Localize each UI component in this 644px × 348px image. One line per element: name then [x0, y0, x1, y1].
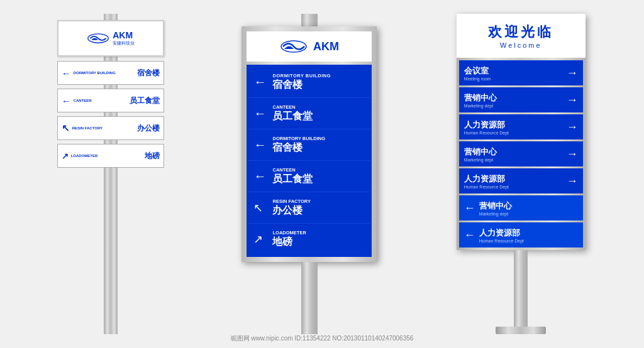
sign2-text: DORMITORY BUILDING 宿舍楼 [272, 73, 331, 92]
arrow-icon: ↗ [253, 232, 267, 246]
sign3-item-text: 人力资源部 Human Resource Dept [464, 173, 567, 189]
sign1-content: AKM 安建科技业 ← DORMITORY BUILDING 宿舍楼 ← CAN… [57, 14, 164, 176]
sign3-item-text: 人力资源部 Human Resource Dept [464, 119, 567, 135]
akm-logo-icon [280, 40, 308, 53]
sign1-item-cn: 办公楼 [137, 123, 160, 134]
arrow-icon: ← [253, 169, 267, 183]
sign3-en: Meeting room [464, 77, 567, 81]
sign2-item: ← CANTEEN 员工食堂 [248, 98, 370, 129]
sign2-item: ← CANTEEN 员工食堂 [248, 161, 370, 192]
sign3-item: 营销中心 Marketing dept → [459, 87, 583, 112]
sign1-item: ← DORMITORY BUILDING 宿舍楼 [57, 61, 164, 85]
sign3-item: ← 营销中心 Marketing dept [459, 195, 583, 220]
sign1-item-cn: 员工食堂 [130, 95, 160, 106]
sign3-en: Marketing dept [464, 104, 567, 108]
left-arrow-icon: ← [464, 202, 475, 215]
sign2-item: ↗ LOADOMETER 地磅 [248, 224, 370, 255]
sign3-en: Human Resource Dept [479, 239, 578, 243]
sign3-welcome-en: Welcome [500, 41, 542, 49]
sign3-cn: 营销中心 [479, 200, 578, 212]
sign3: 欢迎光临 Welcome 会议室 Meeting room → 营销中心 Mar… [452, 14, 590, 334]
sign3-cn: 人力资源部 [479, 227, 578, 239]
sign1-brand: AKM [113, 30, 135, 40]
sign2-text: RESIN FACTORY 办公楼 [272, 198, 310, 217]
sign3-item-text: 营销中心 Marketing dept [479, 200, 578, 216]
sign3-item: 会议室 Meeting room → [459, 60, 583, 85]
arrow-icon: ← [62, 68, 71, 79]
sign2-item: ← DORMITORY BUILDING 宿舍楼 [248, 129, 370, 161]
watermark: 昵图网 www.nipic.com ID:11354222 NO:2013011… [231, 334, 414, 343]
right-arrow-icon: → [567, 67, 578, 80]
arrow-icon: ← [62, 95, 71, 106]
sign3-cn: 会议室 [464, 65, 567, 77]
sign1-subtitle: 安建科技业 [113, 40, 135, 46]
sign2-item-cn: 宿舍楼 [272, 79, 331, 92]
arrow-icon: ↗ [62, 151, 69, 161]
sign3-en: Human Resource Dept [464, 131, 567, 135]
sign2-body: AKM ← DORMITORY BUILDING 宿舍楼 ← CANTEEN 员… [242, 26, 377, 262]
sign3-item: 人力资源部 Human Resource Dept → [459, 168, 583, 193]
sign2-item-cn: 员工食堂 [272, 110, 313, 123]
sign3-items: 会议室 Meeting room → 营销中心 Marketing dept →… [457, 58, 586, 250]
sign2-text: CANTEEN 员工食堂 [272, 167, 313, 186]
sign2-text: DORMITORY BUILDING 宿舍楼 [272, 136, 325, 155]
sign3-en: Human Resource Dept [464, 185, 567, 189]
sign3-welcome-cn: 欢迎光临 [488, 23, 553, 41]
sign3-item: 人力资源部 Human Resource Dept → [459, 114, 583, 139]
sign1-header: AKM 安建科技业 [57, 20, 164, 57]
sign2-header: AKM [247, 31, 372, 62]
sign3-en: Marketing dept [464, 158, 567, 162]
sign1-item-cn: 地磅 [145, 151, 160, 161]
sign3-en: Marketing dept [479, 212, 578, 216]
sign2-text: CANTEEN 员工食堂 [272, 104, 313, 123]
sign3-cn: 人力资源部 [464, 173, 567, 185]
sign1-item-en: DORMITORY BUILDING [74, 71, 135, 75]
sign3-cn: 营销中心 [464, 146, 567, 158]
sign3-body: 欢迎光临 Welcome 会议室 Meeting room → 营销中心 Mar… [457, 14, 586, 250]
sign2-item-en: DORMITORY BUILDING [272, 73, 331, 79]
sign2-item: ← DORMITORY BUILDING 宿舍楼 [248, 67, 370, 98]
sign1-item: ↗ LOADOMETER 地磅 [57, 144, 164, 168]
sign3-item: 营销中心 Marketing dept → [459, 141, 583, 166]
sign1-item-en: CANTEEN [74, 99, 127, 102]
right-arrow-icon: → [567, 175, 578, 188]
sign2-item-en: LOADOMETER [272, 230, 306, 236]
sign3-item-text: 营销中心 Marketing dept [464, 146, 567, 162]
sign3-item-text: 营销中心 Marketing dept [464, 92, 567, 108]
sign3-base [496, 327, 546, 334]
sign2-pole-top [301, 14, 318, 26]
sign2-text: LOADOMETER 地磅 [272, 230, 306, 249]
sign3-header: 欢迎光临 Welcome [457, 14, 586, 58]
arrow-icon: ↖ [62, 122, 70, 134]
sign1-item-en: LOADOMETER [71, 154, 142, 158]
arrow-icon: ← [253, 138, 267, 152]
sign2-item-cn: 办公楼 [272, 204, 310, 217]
sign2-brand: AKM [313, 40, 339, 53]
sign2-item-en: CANTEEN [272, 167, 313, 173]
sign2-item-cn: 员工食堂 [272, 173, 313, 186]
sign1-item: ← CANTEEN 员工食堂 [57, 89, 164, 112]
sign2-item-cn: 宿舍楼 [272, 141, 325, 155]
right-arrow-icon: → [567, 121, 578, 134]
right-arrow-icon: → [567, 148, 578, 161]
arrow-icon: ↖ [253, 201, 267, 215]
sign3-item-text: 人力资源部 Human Resource Dept [479, 227, 578, 243]
sign2-item-en: RESIN FACTORY [272, 198, 310, 204]
sign1-item: ↖ RESIN FACTORY 办公楼 [57, 116, 164, 140]
sign1-item-cn: 宿舍楼 [137, 68, 160, 79]
sign1: AKM 安建科技业 ← DORMITORY BUILDING 宿舍楼 ← CAN… [54, 14, 167, 334]
sign2-item-cn: 地磅 [272, 236, 306, 249]
akm-logo-icon [86, 33, 110, 44]
left-arrow-icon: ← [464, 229, 475, 242]
sign3-cn: 人力资源部 [464, 119, 567, 131]
sign3-pole-bottom [514, 250, 528, 327]
sign3-cn: 营销中心 [464, 92, 567, 104]
sign2-blue-panel: ← DORMITORY BUILDING 宿舍楼 ← CANTEEN 员工食堂 … [247, 65, 372, 257]
sign3-item: ← 人力资源部 Human Resource Dept [459, 222, 583, 247]
arrow-icon: ← [253, 106, 267, 121]
sign1-item-en: RESIN FACTORY [72, 126, 135, 130]
sign2-pole-bottom [301, 262, 318, 334]
sign2-item-en: DORMITORY BUILDING [272, 136, 325, 141]
arrow-icon: ← [253, 75, 267, 89]
sign3-item-text: 会议室 Meeting room [464, 65, 567, 81]
